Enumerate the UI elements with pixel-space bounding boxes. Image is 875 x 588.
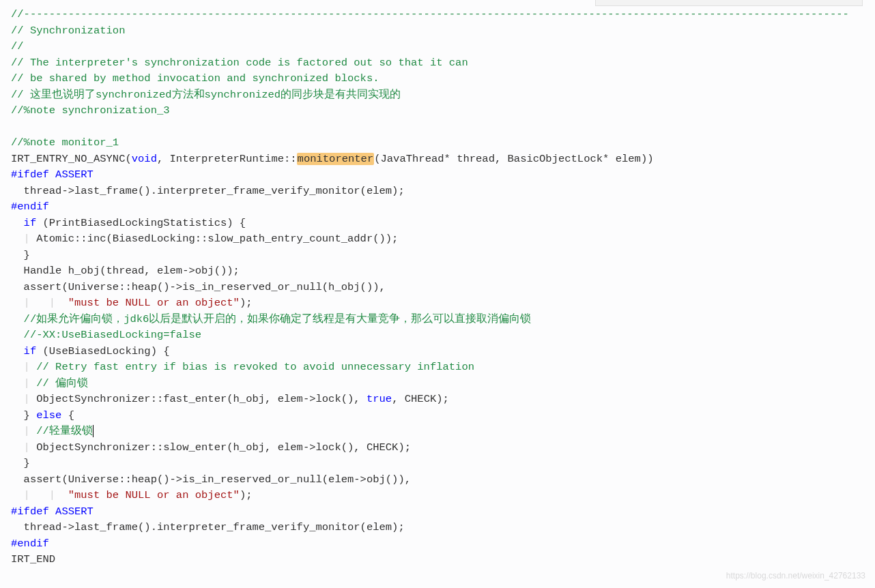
code-line: | // 偏向锁 — [11, 376, 864, 392]
token-cmt: //%note monitor_1 — [11, 136, 119, 149]
token-pl: Handle h_obj(thread, elem->obj()); — [24, 265, 240, 277]
token-cmt: // 偏向锁 — [36, 377, 88, 389]
code-line: // be shared by method invocation and sy… — [11, 71, 864, 87]
code-line: //如果允许偏向锁，jdk6以后是默认开启的，如果你确定了线程是有大量竞争，那么… — [11, 312, 864, 328]
token-kw: #ifdef ASSERT — [11, 505, 94, 518]
code-line: thread->last_frame().interpreter_frame_v… — [11, 183, 864, 200]
code-line: #endif — [11, 536, 864, 553]
token-guide — [11, 249, 24, 261]
token-guide — [11, 281, 24, 293]
code-line: #ifdef ASSERT — [11, 167, 864, 183]
code-line: assert(Universe::heap()->is_in_reserved_… — [11, 280, 864, 296]
token-kw: #endif — [11, 201, 49, 213]
token-cmt: // — [11, 40, 24, 53]
token-pl: Atomic::inc(BiasedLocking::slow_path_ent… — [36, 233, 398, 245]
code-line: // Synchronization — [11, 23, 864, 40]
token-kw: true — [367, 393, 392, 405]
code-line: //-XX:UseBiasedLocking=false — [11, 327, 864, 344]
token-guide: | — [11, 233, 36, 245]
code-line: //%note monitor_1 — [11, 135, 864, 151]
code-line — [11, 119, 864, 136]
code-line: #endif — [11, 199, 864, 216]
token-guide: | | — [11, 297, 68, 309]
code-line: | // Retry fast entry if bias is revoked… — [11, 359, 864, 376]
code-line: if (UseBiasedLocking) { — [11, 344, 864, 360]
token-pl: , CHECK); — [392, 393, 449, 405]
token-cmt: //如果允许偏向锁，jdk6以后是默认开启的，如果你确定了线程是有大量竞争，那么… — [24, 313, 532, 325]
token-kw: if — [24, 217, 37, 229]
token-guide — [11, 345, 24, 357]
token-cmt: //-XX:UseBiasedLocking=false — [24, 329, 201, 341]
token-pl: (JavaThread* thread, BasicObjectLock* el… — [374, 153, 653, 165]
token-cmt: // The interpreter's synchronization cod… — [11, 57, 468, 69]
token-cmt: // 这里也说明了synchronized方法和synchronized的同步块… — [11, 89, 401, 101]
token-str: "must be NULL or an object" — [68, 489, 240, 501]
code-line: // — [11, 39, 864, 55]
token-pl: ); — [240, 489, 253, 501]
code-line: | | "must be NULL or an object"); — [11, 488, 864, 504]
token-hl: monitorenter — [297, 153, 375, 165]
token-pl: thread->last_frame().interpreter_frame_v… — [24, 185, 405, 197]
token-cursor — [93, 425, 94, 437]
token-guide: | — [11, 361, 36, 373]
token-kw: if — [24, 345, 37, 357]
token-guide: | — [11, 441, 36, 454]
token-cmt: //--------------------------------------… — [11, 8, 849, 20]
code-line: //%note synchronization_3 — [11, 103, 864, 119]
token-guide — [11, 217, 24, 229]
code-block: //--------------------------------------… — [0, 0, 875, 576]
token-kw: void — [132, 153, 157, 165]
code-line: Handle h_obj(thread, elem->obj()); — [11, 263, 864, 280]
token-kw: else — [36, 409, 61, 422]
token-pl: assert(Universe::heap()->is_in_reserved_… — [24, 473, 411, 486]
token-guide: | — [11, 377, 36, 389]
token-cmt: // Retry fast entry if bias is revoked t… — [36, 361, 474, 373]
code-line: | //轻量级锁 — [11, 424, 864, 440]
code-line: | ObjectSynchronizer::fast_enter(h_obj, … — [11, 392, 864, 408]
code-line: IRT_ENTRY_NO_ASYNC(void, InterpreterRunt… — [11, 151, 864, 168]
code-line: | | "must be NULL or an object"); — [11, 295, 864, 312]
token-cmt: // be shared by method invocation and sy… — [11, 72, 379, 85]
code-line: //--------------------------------------… — [11, 7, 864, 23]
token-guide: | | — [11, 489, 68, 501]
token-guide — [11, 457, 24, 469]
code-line: if (PrintBiasedLockingStatistics) { — [11, 216, 864, 232]
code-line: assert(Universe::heap()->is_in_reserved_… — [11, 472, 864, 488]
token-pl: IRT_ENTRY_NO_ASYNC( — [11, 153, 132, 165]
token-guide: | — [11, 393, 36, 405]
token-pl: assert(Universe::heap()->is_in_reserved_… — [24, 281, 386, 293]
token-pl: thread->last_frame().interpreter_frame_v… — [24, 521, 405, 533]
token-kw: #endif — [11, 538, 49, 550]
token-guide — [11, 409, 24, 422]
token-kw: #ifdef ASSERT — [11, 168, 94, 181]
token-cmt: //轻量级锁 — [36, 425, 93, 437]
top-right-box — [595, 0, 863, 6]
token-guide — [11, 265, 24, 277]
token-cmt: //%note synchronization_3 — [11, 104, 170, 117]
token-guide — [11, 185, 24, 197]
token-str: "must be NULL or an object" — [68, 297, 240, 309]
code-line: IRT_END — [11, 552, 864, 568]
token-pl: IRT_END — [11, 553, 55, 565]
code-line: } — [11, 248, 864, 264]
token-guide: | — [11, 425, 36, 437]
code-line: #ifdef ASSERT — [11, 504, 864, 520]
token-pl: { — [61, 409, 74, 422]
token-pl: , InterpreterRuntime:: — [157, 153, 297, 165]
code-line: | Atomic::inc(BiasedLocking::slow_path_e… — [11, 231, 864, 248]
token-pl: } — [24, 409, 37, 422]
code-line: | ObjectSynchronizer::slow_enter(h_obj, … — [11, 440, 864, 456]
token-guide — [11, 329, 24, 341]
watermark: https://blog.csdn.net/weixin_42762133 — [726, 568, 865, 576]
code-line: } — [11, 456, 864, 472]
token-pl: } — [24, 249, 30, 261]
token-guide — [11, 313, 24, 325]
token-guide — [11, 473, 24, 486]
token-guide — [11, 521, 24, 533]
token-pl: (UseBiasedLocking) { — [36, 345, 169, 357]
token-pl: ObjectSynchronizer::fast_enter(h_obj, el… — [36, 393, 367, 405]
token-cmt: // Synchronization — [11, 25, 125, 37]
code-line: // 这里也说明了synchronized方法和synchronized的同步块… — [11, 87, 864, 104]
code-line: thread->last_frame().interpreter_frame_v… — [11, 520, 864, 536]
code-line: } else { — [11, 408, 864, 424]
